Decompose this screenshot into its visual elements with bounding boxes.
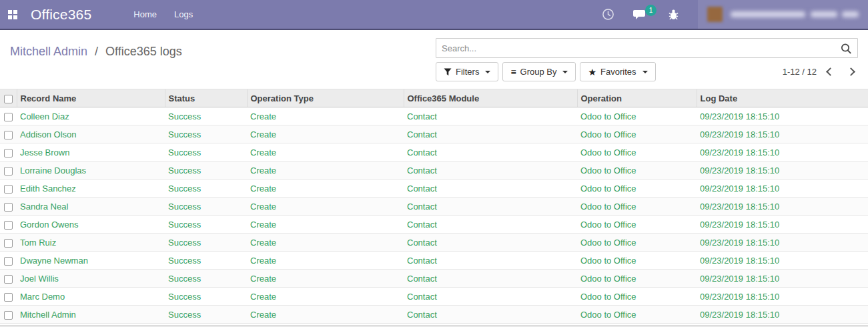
cell-status: Success bbox=[165, 252, 247, 270]
breadcrumb-parent-link[interactable]: Mitchell Admin bbox=[10, 45, 87, 58]
table-row[interactable]: Mitchell AdminSuccessCreateContactOdoo t… bbox=[0, 306, 868, 324]
cell-record-name: Gordon Owens bbox=[17, 216, 165, 234]
row-checkbox[interactable] bbox=[4, 293, 13, 302]
table-row[interactable]: Sandra NealSuccessCreateContactOdoo to O… bbox=[0, 198, 868, 216]
row-select-cell bbox=[0, 198, 17, 216]
cell-operation-type: Create bbox=[247, 216, 404, 234]
cell-log-date: 09/23/2019 18:15:10 bbox=[697, 270, 868, 288]
cell-office365-module: Contact bbox=[404, 125, 577, 143]
table-row[interactable]: Colleen DiazSuccessCreateContactOdoo to … bbox=[0, 107, 868, 125]
messages-badge: 1 bbox=[645, 5, 657, 16]
column-header-status[interactable]: Status bbox=[165, 89, 247, 107]
table-row[interactable]: Marc DemoSuccessCreateContactOdoo to Off… bbox=[0, 288, 868, 306]
cell-log-date: 09/23/2019 18:15:10 bbox=[697, 161, 868, 180]
table-row[interactable]: Edith SanchezSuccessCreateContactOdoo to… bbox=[0, 180, 868, 198]
cell-operation: Odoo to Office bbox=[577, 306, 697, 324]
apps-menu-button[interactable] bbox=[0, 0, 25, 29]
row-checkbox[interactable] bbox=[4, 149, 13, 157]
cell-record-name: Sandra Neal bbox=[17, 198, 165, 216]
cell-record-name: Edith Sanchez bbox=[17, 180, 165, 198]
cell-operation: Odoo to Office bbox=[577, 198, 697, 216]
filters-button[interactable]: Filters bbox=[436, 62, 498, 81]
cell-log-date: 09/23/2019 18:15:10 bbox=[697, 125, 868, 143]
cell-record-name: Addison Olson bbox=[17, 125, 165, 143]
search-box bbox=[436, 38, 858, 58]
cell-log-date: 09/23/2019 18:15:10 bbox=[697, 306, 868, 324]
table-row[interactable]: Tom RuizSuccessCreateContactOdoo to Offi… bbox=[0, 234, 868, 252]
cell-log-date: 09/23/2019 18:15:10 bbox=[697, 107, 868, 125]
table-row[interactable]: Lorraine DouglasSuccessCreateContactOdoo… bbox=[0, 161, 868, 180]
table-row[interactable]: Joel WillisSuccessCreateContactOdoo to O… bbox=[0, 270, 868, 288]
column-header-operation[interactable]: Operation bbox=[577, 89, 697, 107]
activities-button[interactable] bbox=[592, 0, 624, 29]
row-checkbox[interactable] bbox=[4, 275, 13, 284]
row-select-cell bbox=[0, 270, 17, 288]
cell-office365-module: Contact bbox=[404, 234, 577, 252]
navbar-menu: HomeLogs bbox=[125, 0, 201, 29]
column-header-office365-module[interactable]: Office365 Module bbox=[404, 89, 577, 107]
pager-previous-icon[interactable] bbox=[826, 67, 835, 76]
user-name-redacted bbox=[811, 11, 837, 17]
cell-status: Success bbox=[165, 161, 247, 180]
cell-record-name: Dwayne Newman bbox=[17, 252, 165, 270]
user-menu[interactable] bbox=[698, 0, 868, 29]
page-title: Office365 logs bbox=[105, 45, 182, 58]
control-panel: Mitchell Admin / Office365 logs bbox=[0, 30, 868, 89]
cell-operation-type: Create bbox=[247, 180, 404, 198]
group-by-button[interactable]: ≡ Group By bbox=[502, 62, 576, 81]
cell-office365-module: Contact bbox=[404, 252, 577, 270]
cell-operation: Odoo to Office bbox=[577, 270, 697, 288]
cell-office365-module: Contact bbox=[404, 270, 577, 288]
table-row[interactable]: Gordon OwensSuccessCreateContactOdoo to … bbox=[0, 216, 868, 234]
search-input[interactable] bbox=[436, 39, 857, 57]
messages-button[interactable]: 1 bbox=[624, 0, 659, 29]
cell-status: Success bbox=[165, 125, 247, 143]
row-checkbox[interactable] bbox=[4, 113, 13, 121]
row-select-cell bbox=[0, 216, 17, 234]
row-checkbox[interactable] bbox=[4, 221, 13, 230]
cell-status: Success bbox=[165, 180, 247, 198]
nav-item-logs[interactable]: Logs bbox=[165, 0, 201, 29]
cell-log-date: 09/23/2019 18:15:10 bbox=[697, 143, 868, 161]
select-all-checkbox[interactable] bbox=[4, 95, 13, 103]
cell-operation-type: Create bbox=[247, 306, 404, 324]
row-checkbox[interactable] bbox=[4, 203, 13, 212]
app-brand[interactable]: Office365 bbox=[25, 7, 101, 23]
row-checkbox[interactable] bbox=[4, 311, 13, 320]
favorites-button[interactable]: ★ Favorites bbox=[580, 62, 655, 81]
row-select-cell bbox=[0, 306, 17, 324]
cell-office365-module: Contact bbox=[404, 180, 577, 198]
cell-status: Success bbox=[165, 198, 247, 216]
column-header-log-date[interactable]: Log Date bbox=[697, 89, 868, 107]
filters-label: Filters bbox=[456, 67, 479, 77]
row-select-cell bbox=[0, 161, 17, 180]
select-all-cell bbox=[0, 89, 17, 107]
cell-status: Success bbox=[165, 288, 247, 306]
table-body: Colleen DiazSuccessCreateContactOdoo to … bbox=[0, 107, 868, 324]
cell-status: Success bbox=[165, 270, 247, 288]
row-checkbox[interactable] bbox=[4, 239, 13, 248]
row-checkbox[interactable] bbox=[4, 185, 13, 194]
cell-record-name: Jesse Brown bbox=[17, 143, 165, 161]
magnifier-icon[interactable] bbox=[840, 43, 852, 55]
pager-next-icon[interactable] bbox=[847, 67, 855, 76]
table-row[interactable]: Addison OlsonSuccessCreateContactOdoo to… bbox=[0, 125, 868, 143]
cell-record-name: Tom Ruiz bbox=[17, 234, 165, 252]
cell-operation-type: Create bbox=[247, 107, 404, 125]
apps-grid-icon bbox=[8, 10, 17, 19]
column-header-operation-type[interactable]: Operation Type bbox=[247, 89, 404, 107]
table-row[interactable]: Dwayne NewmanSuccessCreateContactOdoo to… bbox=[0, 252, 868, 270]
bug-icon bbox=[668, 9, 679, 21]
cell-log-date: 09/23/2019 18:15:10 bbox=[697, 180, 868, 198]
row-checkbox[interactable] bbox=[4, 167, 13, 176]
column-header-record-name[interactable]: Record Name bbox=[17, 89, 165, 107]
row-checkbox[interactable] bbox=[4, 257, 13, 266]
row-checkbox[interactable] bbox=[4, 131, 13, 139]
cell-operation-type: Create bbox=[247, 143, 404, 161]
logs-table: Record NameStatusOperation TypeOffice365… bbox=[0, 89, 868, 324]
cell-office365-module: Contact bbox=[404, 288, 577, 306]
chevron-down-icon bbox=[562, 71, 568, 73]
debug-button[interactable] bbox=[659, 0, 689, 29]
table-row[interactable]: Jesse BrownSuccessCreateContactOdoo to O… bbox=[0, 143, 868, 161]
nav-item-home[interactable]: Home bbox=[125, 0, 165, 29]
